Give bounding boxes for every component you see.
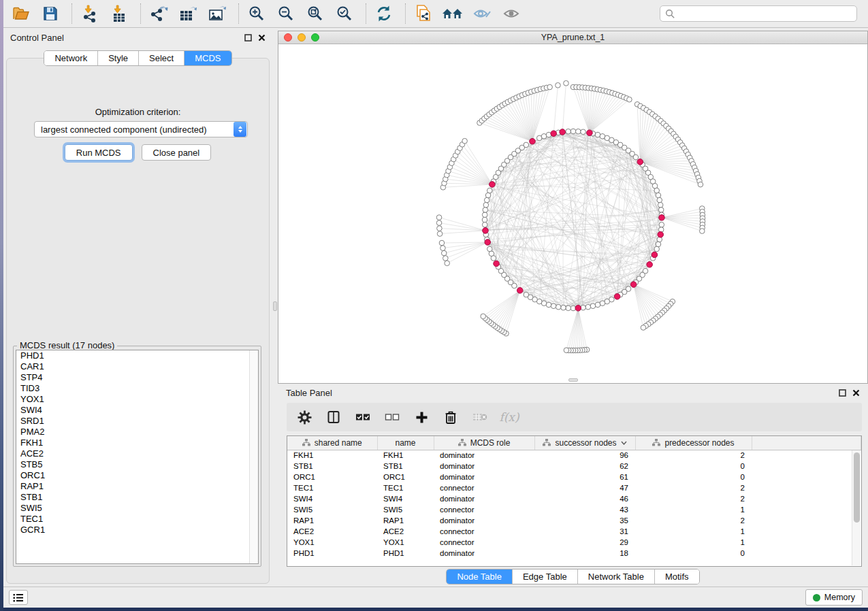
show-column-icon[interactable] xyxy=(325,409,342,425)
clear-selection-icon[interactable] xyxy=(384,409,400,425)
import-network-icon[interactable] xyxy=(79,3,101,24)
cell-name[interactable]: STB1 xyxy=(377,461,434,472)
list-item[interactable]: RAP1 xyxy=(16,481,258,492)
column-header-name[interactable]: name xyxy=(377,436,434,450)
cell-shared-name[interactable]: SWI5 xyxy=(287,504,377,515)
add-row-icon[interactable] xyxy=(413,409,430,425)
run-mcds-button[interactable]: Run MCDS xyxy=(65,144,133,161)
table-scrollbar[interactable] xyxy=(852,450,861,565)
select-all-icon[interactable] xyxy=(355,409,371,425)
criterion-dropdown[interactable]: largest connected component (undirected) xyxy=(34,121,248,137)
tab-motifs[interactable]: Motifs xyxy=(654,569,699,584)
table-options-icon[interactable] xyxy=(296,409,312,425)
cell-name[interactable]: SWI5 xyxy=(377,504,434,515)
list-item[interactable]: PHD1 xyxy=(16,350,258,361)
import-table-icon[interactable] xyxy=(108,3,130,24)
cell-successor-nodes[interactable]: 61 xyxy=(534,472,635,482)
cell-name[interactable]: ACE2 xyxy=(377,526,434,537)
cell-predecessor-nodes[interactable]: 2 xyxy=(635,515,752,526)
cell-successor-nodes[interactable]: 31 xyxy=(534,526,635,537)
tab-select[interactable]: Select xyxy=(138,51,184,65)
float-window-icon[interactable] xyxy=(839,389,846,397)
horizontal-splitter-grip[interactable] xyxy=(568,378,578,382)
list-scrollbar[interactable] xyxy=(249,350,258,563)
list-item[interactable]: STB1 xyxy=(16,492,258,503)
table-row[interactable]: YOX1YOX1connector291 xyxy=(287,537,861,548)
cell-MCDS-role[interactable]: connector xyxy=(434,504,534,515)
list-item[interactable]: TID3 xyxy=(16,383,258,394)
cell-predecessor-nodes[interactable]: 1 xyxy=(635,504,752,515)
cell-successor-nodes[interactable]: 29 xyxy=(534,537,635,548)
table-row[interactable]: ORC1ORC1dominator610 xyxy=(287,472,861,482)
list-item[interactable]: PMA2 xyxy=(16,427,258,437)
vertical-splitter[interactable] xyxy=(272,29,278,587)
open-file-icon[interactable] xyxy=(10,3,32,24)
cell-name[interactable]: FKH1 xyxy=(377,450,434,461)
cell-predecessor-nodes[interactable]: 1 xyxy=(635,537,752,548)
table-row[interactable]: STB1STB1dominator620 xyxy=(287,461,861,472)
cell-name[interactable]: SWI4 xyxy=(377,493,434,504)
list-item[interactable]: SWI4 xyxy=(16,405,258,416)
column-header-successor-nodes[interactable]: successor nodes xyxy=(534,436,635,450)
table-row[interactable]: FKH1FKH1dominator962 xyxy=(287,450,861,461)
cell-predecessor-nodes[interactable]: 0 xyxy=(635,548,752,559)
cell-name[interactable]: RAP1 xyxy=(377,515,434,526)
cell-successor-nodes[interactable]: 46 xyxy=(534,493,635,504)
zoom-in-icon[interactable] xyxy=(246,3,268,24)
duplicate-network-icon[interactable] xyxy=(413,3,434,24)
cell-shared-name[interactable]: YOX1 xyxy=(287,537,377,548)
cell-predecessor-nodes[interactable]: 2 xyxy=(635,493,752,504)
tab-network[interactable]: Network xyxy=(44,51,97,65)
network-window-titlebar[interactable]: YPA_prune.txt_1 xyxy=(278,31,867,44)
cell-successor-nodes[interactable]: 47 xyxy=(534,482,635,493)
network-graph[interactable] xyxy=(278,44,867,383)
refresh-icon[interactable] xyxy=(373,3,395,24)
export-image-icon[interactable] xyxy=(206,3,228,24)
cell-predecessor-nodes[interactable]: 2 xyxy=(635,450,752,461)
cell-shared-name[interactable]: FKH1 xyxy=(287,450,377,461)
cell-MCDS-role[interactable]: connector xyxy=(434,482,534,493)
table-row[interactable]: ACE2ACE2connector311 xyxy=(287,526,861,537)
zoom-selected-icon[interactable] xyxy=(334,3,355,24)
cell-MCDS-role[interactable]: dominator xyxy=(434,450,534,461)
zoom-out-icon[interactable] xyxy=(275,3,297,24)
save-session-icon[interactable] xyxy=(39,3,61,24)
cell-name[interactable]: TEC1 xyxy=(377,482,434,493)
splitter-grip[interactable] xyxy=(273,301,277,311)
float-window-icon[interactable] xyxy=(244,34,252,42)
cell-MCDS-role[interactable]: dominator xyxy=(434,548,534,559)
table-row[interactable]: TEC1TEC1connector472 xyxy=(287,482,861,493)
cell-successor-nodes[interactable]: 96 xyxy=(534,450,635,461)
table-row[interactable]: SWI5SWI5connector431 xyxy=(287,504,861,515)
column-header-predecessor-nodes[interactable]: predecessor nodes xyxy=(635,436,752,450)
cell-successor-nodes[interactable]: 62 xyxy=(534,461,635,472)
list-item[interactable]: ACE2 xyxy=(16,448,258,459)
tab-edge-table[interactable]: Edge Table xyxy=(512,569,577,584)
tab-mcds[interactable]: MCDS xyxy=(184,51,231,65)
list-item[interactable]: SRD1 xyxy=(16,416,258,427)
cell-shared-name[interactable]: ORC1 xyxy=(287,472,377,482)
list-item[interactable]: ORC1 xyxy=(16,470,258,481)
cell-shared-name[interactable]: RAP1 xyxy=(287,515,377,526)
cell-successor-nodes[interactable]: 18 xyxy=(534,548,635,559)
cell-shared-name[interactable]: ACE2 xyxy=(287,526,377,537)
column-header-MCDS-role[interactable]: MCDS role xyxy=(434,436,534,450)
table-row[interactable]: PHD1PHD1dominator180 xyxy=(287,548,861,559)
cell-MCDS-role[interactable]: dominator xyxy=(434,472,534,482)
export-network-icon[interactable] xyxy=(148,3,170,24)
cell-name[interactable]: YOX1 xyxy=(377,537,434,548)
list-item[interactable]: SWI5 xyxy=(16,503,258,514)
cell-name[interactable]: ORC1 xyxy=(377,472,434,482)
cell-MCDS-role[interactable]: dominator xyxy=(434,493,534,504)
memory-button[interactable]: Memory xyxy=(805,589,863,606)
zoom-fit-icon[interactable] xyxy=(304,3,326,24)
close-panel-icon[interactable] xyxy=(258,34,266,42)
first-neighbors-icon[interactable] xyxy=(442,3,464,24)
network-canvas[interactable] xyxy=(278,44,867,383)
list-item[interactable]: GCR1 xyxy=(16,525,258,535)
delete-row-icon[interactable] xyxy=(443,409,459,425)
list-item[interactable]: FKH1 xyxy=(16,437,258,448)
cell-MCDS-role[interactable]: connector xyxy=(434,526,534,537)
cell-MCDS-role[interactable]: connector xyxy=(434,537,534,548)
cell-shared-name[interactable]: STB1 xyxy=(287,461,377,472)
